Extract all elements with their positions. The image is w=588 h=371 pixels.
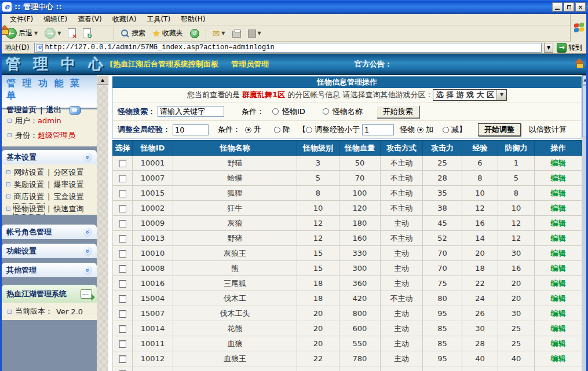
row-checkbox[interactable] (119, 280, 126, 288)
sidebar-section-basic[interactable]: 基本设置 » (2, 150, 97, 164)
sidebar-section-account[interactable]: 帐号角色管理 » (2, 225, 97, 239)
go-button[interactable]: → 转到 (556, 43, 586, 53)
edit-link[interactable]: 编辑 (551, 279, 566, 288)
mail-dropdown-icon: ▼ (221, 31, 225, 36)
table-row: 10014花熊20600主动853025编辑 (113, 321, 582, 336)
banner-admin-link[interactable]: 管理员管理 (231, 59, 269, 69)
edit-link[interactable]: 编辑 (551, 324, 566, 333)
zone-select[interactable]: 选 择 游 戏 大 区 ▼ (433, 89, 507, 101)
history-button[interactable]: ↺ (188, 28, 202, 39)
sidebar-item-website-settings[interactable]: 网站设置 (14, 167, 44, 178)
start-adjust-button[interactable]: 开始调整 (478, 123, 521, 136)
radio-monster-name[interactable] (323, 108, 329, 115)
defense-cell: 12 (498, 231, 535, 246)
row-checkbox[interactable] (119, 205, 126, 212)
edit-link[interactable]: 编辑 (551, 174, 566, 182)
home-icon[interactable] (575, 59, 584, 67)
mail-button[interactable]: ✉ ▼ (210, 27, 228, 40)
menu-view[interactable]: 查看(V) (72, 13, 107, 25)
radio-exp-less-than[interactable] (306, 127, 312, 133)
minimize-button[interactable] (552, 2, 563, 12)
exp-multiplier-input[interactable] (173, 124, 209, 135)
stop-button[interactable]: × (65, 27, 78, 39)
radio-exp-sub[interactable] (443, 127, 449, 133)
row-checkbox[interactable] (119, 220, 126, 227)
edit-cell: 编辑 (535, 351, 582, 366)
sidebar-item-monster-settings[interactable]: 怪物设置 (14, 204, 44, 214)
edit-link[interactable]: 编辑 (551, 354, 566, 363)
monster-hp-cell: 180 (339, 216, 381, 231)
menu-file[interactable]: 文件(F) (5, 13, 38, 25)
sidebar-logout-link[interactable]: 退出 (46, 105, 61, 115)
row-checkbox[interactable] (119, 235, 126, 243)
table-row: 10013野猪12160不主动521412编辑 (113, 231, 582, 246)
row-checkbox[interactable] (119, 250, 126, 258)
edit-link[interactable]: 编辑 (551, 204, 566, 212)
edit-link[interactable]: 编辑 (551, 189, 566, 197)
menu-favorites[interactable]: 收藏(A) (107, 13, 142, 25)
radio-exp-up[interactable] (245, 127, 251, 133)
exp-adjust-row: 调整全局经验： 条件： 升 降 【 调整经验小于 怪物 加 减 】 (113, 121, 581, 138)
close-button[interactable]: × (575, 2, 586, 12)
edit-link[interactable]: 编辑 (551, 339, 566, 348)
address-input[interactable]: http://127.0.0.1/admin/57MG_index.asp?ac… (34, 43, 542, 53)
monster-id-cell: 10001 (133, 156, 173, 171)
edit-link[interactable]: 编辑 (551, 294, 566, 303)
sidebar-item-box-settings[interactable]: 宝盒设置 (53, 192, 83, 202)
sidebar-scrollbar[interactable]: ▲ (97, 75, 108, 371)
menu-tools[interactable]: 工具(T) (141, 13, 176, 25)
monster-level-cell: 18 (297, 291, 339, 306)
user-value: admin (38, 116, 61, 125)
monster-name-cell: 伐木工 (173, 291, 297, 306)
search-button[interactable]: 搜索 (118, 27, 148, 39)
radio-exp-down[interactable] (274, 127, 280, 133)
chevron-down-icon: » (83, 153, 92, 162)
menu-edit[interactable]: 编辑(E) (38, 13, 72, 25)
row-checkbox[interactable] (119, 325, 126, 333)
row-checkbox[interactable] (119, 295, 126, 303)
row-checkbox[interactable] (119, 190, 126, 197)
row-checkbox[interactable] (119, 310, 126, 318)
radio-monster-id[interactable] (272, 108, 279, 115)
restore-button[interactable] (564, 2, 574, 12)
forward-button[interactable]: → ▼ (42, 27, 63, 40)
sidebar-item-quick-query[interactable]: 快速查询 (53, 204, 83, 214)
sidebar-section-function[interactable]: 功能设置 » (2, 244, 97, 258)
monster-level-cell: 15 (297, 261, 339, 276)
favorites-button[interactable]: ★ 收藏夹 (150, 27, 185, 40)
exp-cell: 30 (462, 321, 498, 336)
search-keyword-input[interactable] (158, 106, 224, 117)
print-button[interactable] (230, 28, 243, 39)
row-checkbox[interactable] (119, 340, 126, 348)
sidebar-section-other[interactable]: 其他管理 » (2, 263, 97, 277)
sidebar-item-zone-settings[interactable]: 分区设置 (53, 167, 83, 178)
column-header: 攻击力 (423, 141, 462, 156)
defense-cell: 10 (498, 201, 535, 216)
row-checkbox[interactable] (119, 355, 126, 363)
row-checkbox[interactable] (119, 160, 126, 167)
edit-link[interactable]: 编辑 (551, 219, 566, 227)
scroll-up-icon[interactable]: ▲ (97, 75, 108, 85)
edit-link[interactable]: 编辑 (551, 159, 566, 167)
exp-cell: 26 (462, 306, 498, 321)
radio-exp-add[interactable] (417, 127, 423, 133)
edit-link[interactable]: 编辑 (551, 264, 566, 273)
edit-link[interactable]: 编辑 (551, 309, 566, 318)
sidebar-item-droprate-settings[interactable]: 爆率设置 (53, 179, 83, 190)
sidebar-home-link[interactable]: 管理首页 (6, 105, 36, 115)
home-button[interactable] (96, 28, 109, 39)
exp-cell: 16 (462, 216, 498, 231)
refresh-button[interactable]: ↻ (81, 27, 93, 39)
edit-link[interactable]: 编辑 (551, 249, 566, 258)
monster-name-cell: 野猪 (173, 231, 297, 246)
sidebar-item-reward-settings[interactable]: 奖励设置 (14, 179, 44, 190)
sidebar-item-shop-settings[interactable]: 商店设置 (14, 192, 44, 202)
exp-threshold-input[interactable] (362, 124, 394, 135)
row-checkbox[interactable] (119, 265, 126, 273)
row-checkbox[interactable] (119, 175, 126, 182)
start-search-button[interactable]: 开始搜索 (377, 105, 419, 118)
menu-help[interactable]: 帮助(H) (176, 13, 210, 25)
edit-button[interactable]: ▼ (246, 28, 264, 39)
edit-link[interactable]: 编辑 (551, 234, 566, 243)
address-dropdown-button[interactable]: ▼ (544, 43, 553, 53)
